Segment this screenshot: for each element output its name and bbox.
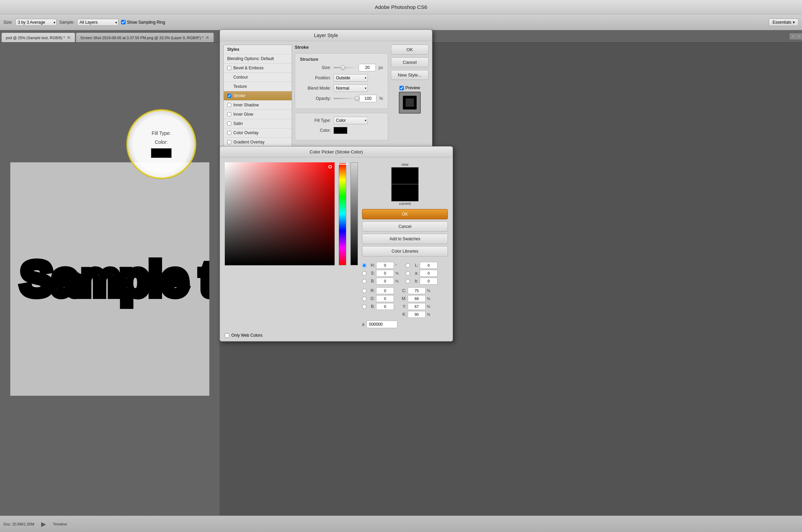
tab-psd-close[interactable]: ✕ xyxy=(67,35,71,40)
cp-cancel-button[interactable]: Cancel xyxy=(362,221,448,232)
b3-input[interactable] xyxy=(376,303,394,310)
size-slider-thumb[interactable] xyxy=(340,65,345,70)
callout-color-swatch[interactable] xyxy=(151,148,172,158)
y-unit: % xyxy=(427,304,432,309)
hex-row: # xyxy=(362,321,448,328)
swatch-new xyxy=(391,167,419,184)
canvas-area[interactable]: Sample tex xyxy=(0,43,220,516)
fill-type-select[interactable]: Color Gradient Pattern xyxy=(334,117,368,124)
tab-arrow-left[interactable]: ‹ xyxy=(790,33,796,39)
tab-screenshot-close[interactable]: ✕ xyxy=(206,35,209,40)
cp-add-swatches-button[interactable]: Add to Swatches xyxy=(362,234,448,244)
gradient-overlay-checkbox[interactable] xyxy=(227,140,231,144)
style-item-inner-glow[interactable]: Inner Glow xyxy=(224,110,292,119)
a-radio[interactable] xyxy=(406,271,410,276)
fill-type-row: Fill Type: Color Gradient Pattern xyxy=(300,117,383,124)
opacity-row: Opacity: % xyxy=(300,95,383,102)
b-input[interactable] xyxy=(376,278,394,285)
h-label: H: xyxy=(368,263,375,268)
c-input[interactable] xyxy=(408,287,426,294)
preview-checkbox[interactable] xyxy=(399,86,404,90)
size-select-wrapper[interactable]: 3 by 3 Average xyxy=(15,19,57,26)
hex-input[interactable] xyxy=(367,321,397,328)
s-radio[interactable] xyxy=(362,271,367,276)
style-item-contour[interactable]: Contour xyxy=(224,73,292,82)
tab-screenshot[interactable]: Screen Shot 2019-08-05 at 3.37.55 PM.png… xyxy=(76,33,214,42)
stroke-checkbox[interactable] xyxy=(227,94,231,98)
style-item-texture[interactable]: Texture xyxy=(224,82,292,91)
opacity-slider-track[interactable] xyxy=(334,98,357,99)
k-unit: % xyxy=(427,312,432,316)
style-item-styles[interactable]: Styles xyxy=(224,45,292,54)
style-item-color-overlay[interactable]: Color Overlay xyxy=(224,128,292,138)
style-item-stroke[interactable]: Stroke xyxy=(224,91,292,101)
l-input[interactable] xyxy=(420,262,438,269)
h-input[interactable] xyxy=(376,262,394,269)
b2-radio[interactable] xyxy=(406,279,410,284)
position-select[interactable]: Outside Inside Center xyxy=(334,74,368,82)
r-input[interactable] xyxy=(376,287,394,294)
style-item-gradient-overlay[interactable]: Gradient Overlay xyxy=(224,138,292,147)
blend-mode-select-wrapper[interactable]: Normal Multiply Screen xyxy=(334,84,368,92)
size-select[interactable]: 3 by 3 Average xyxy=(15,19,57,26)
cp-color-libraries-button[interactable]: Color Libraries xyxy=(362,246,448,256)
tab-screenshot-label: Screen Shot 2019-08-05 at 3.37.55 PM.png… xyxy=(80,36,204,40)
current-swatch-label: current xyxy=(399,201,411,206)
position-label: Position: xyxy=(300,76,331,80)
only-web-colors-checkbox[interactable] xyxy=(225,333,229,338)
bevel-checkbox[interactable] xyxy=(227,66,231,70)
sample-select-wrapper[interactable]: All Layers xyxy=(77,19,118,26)
new-style-button[interactable]: New Style... xyxy=(391,70,429,80)
a-row: a: xyxy=(406,270,438,277)
position-select-wrapper[interactable]: Outside Inside Center xyxy=(334,74,368,82)
b3-radio[interactable] xyxy=(362,304,367,309)
blend-mode-select[interactable]: Normal Multiply Screen xyxy=(334,84,368,92)
callout-circle: Fill Type: Color: xyxy=(127,110,196,178)
alpha-bar[interactable] xyxy=(350,162,358,265)
cp-ok-button[interactable]: OK xyxy=(362,209,448,219)
expand-arrow[interactable]: ▶ xyxy=(41,520,46,528)
tab-psd[interactable]: psd @ 25% (Sample text, RGB/8) * ✕ xyxy=(1,33,75,42)
b2-input[interactable] xyxy=(420,278,438,285)
hue-bar[interactable] xyxy=(339,162,346,265)
color-overlay-checkbox[interactable] xyxy=(227,131,231,135)
preview-inner xyxy=(403,96,417,109)
inner-glow-checkbox[interactable] xyxy=(227,112,231,116)
s-input[interactable] xyxy=(376,270,394,277)
essentials-button[interactable]: Essentials ▾ xyxy=(769,19,799,26)
style-item-satin[interactable]: Satin xyxy=(224,119,292,128)
h-radio[interactable] xyxy=(362,263,367,268)
tab-arrow-right[interactable]: › xyxy=(796,33,802,39)
opacity-input[interactable] xyxy=(359,95,376,102)
preview-checkbox-row[interactable]: Preview xyxy=(399,85,420,90)
fill-type-label: Fill Type: xyxy=(300,118,331,123)
title-bar: Adobe Photoshop CS6 xyxy=(0,0,802,14)
style-item-inner-shadow[interactable]: Inner Shadow xyxy=(224,101,292,110)
r-radio[interactable] xyxy=(362,289,367,293)
sampling-ring-label[interactable]: Show Sampling Ring xyxy=(121,20,165,25)
color-gradient-box[interactable] xyxy=(225,162,335,265)
fill-type-select-wrapper[interactable]: Color Gradient Pattern xyxy=(334,117,368,124)
size-input[interactable] xyxy=(359,64,376,71)
cancel-button[interactable]: Cancel xyxy=(391,57,429,67)
k-input[interactable] xyxy=(408,311,426,318)
a-input[interactable] xyxy=(420,270,438,277)
sample-select[interactable]: All Layers xyxy=(77,19,118,26)
style-item-bevel[interactable]: Bevel & Emboss xyxy=(224,63,292,73)
color-fields: H: ° S: % B: xyxy=(362,262,448,328)
color-swatch[interactable] xyxy=(334,127,347,134)
b-radio[interactable] xyxy=(362,279,367,284)
l-radio[interactable] xyxy=(406,263,410,268)
y-input[interactable] xyxy=(408,303,426,310)
ok-button[interactable]: OK xyxy=(391,45,429,55)
inner-shadow-checkbox[interactable] xyxy=(227,103,231,107)
opacity-slider-thumb[interactable] xyxy=(354,96,359,101)
g-radio[interactable] xyxy=(362,297,367,301)
satin-checkbox[interactable] xyxy=(227,122,231,126)
m-input[interactable] xyxy=(408,295,426,302)
color-gradient-cursor xyxy=(328,165,332,169)
sampling-ring-checkbox[interactable] xyxy=(121,20,126,24)
size-slider-track[interactable] xyxy=(334,67,356,68)
style-item-blending[interactable]: Blending Options: Default xyxy=(224,54,292,63)
g-input[interactable] xyxy=(376,295,394,302)
